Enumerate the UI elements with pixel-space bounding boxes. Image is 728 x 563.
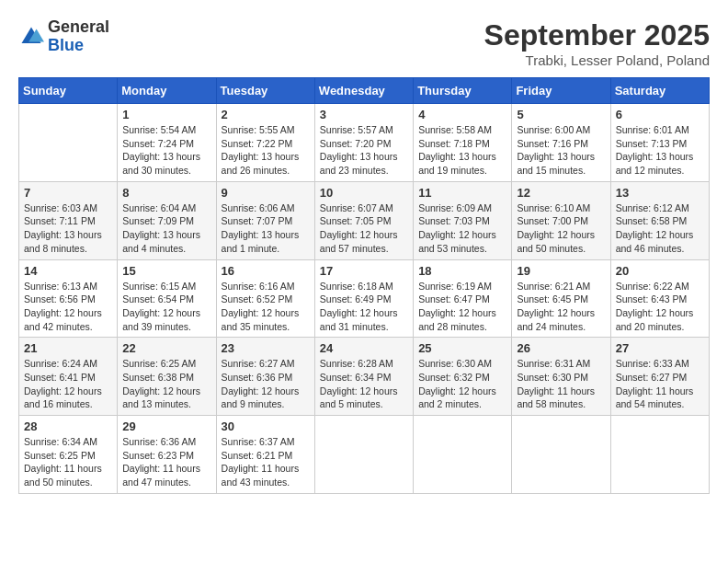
logo-blue: Blue xyxy=(48,37,109,55)
day-number: 11 xyxy=(418,186,506,200)
day-number: 16 xyxy=(222,264,310,278)
day-number: 9 xyxy=(222,186,310,200)
calendar-cell: 16Sunrise: 6:16 AM Sunset: 6:52 PM Dayli… xyxy=(216,259,314,338)
calendar-cell: 21Sunrise: 6:24 AM Sunset: 6:41 PM Dayli… xyxy=(19,338,118,416)
calendar-week-4: 21Sunrise: 6:24 AM Sunset: 6:41 PM Dayli… xyxy=(19,338,710,416)
day-info: Sunrise: 6:16 AM Sunset: 6:52 PM Dayligh… xyxy=(222,280,310,334)
calendar-cell: 19Sunrise: 6:21 AM Sunset: 6:45 PM Dayli… xyxy=(512,259,610,338)
calendar-cell: 24Sunrise: 6:28 AM Sunset: 6:34 PM Dayli… xyxy=(314,338,413,416)
calendar-cell: 10Sunrise: 6:07 AM Sunset: 7:05 PM Dayli… xyxy=(314,181,413,259)
header-day-sunday: Sunday xyxy=(19,78,118,104)
logo: General Blue xyxy=(18,18,109,55)
calendar-cell: 3Sunrise: 5:57 AM Sunset: 7:20 PM Daylig… xyxy=(314,104,413,182)
calendar-cell: 8Sunrise: 6:04 AM Sunset: 7:09 PM Daylig… xyxy=(118,181,216,259)
calendar-table: SundayMondayTuesdayWednesdayThursdayFrid… xyxy=(18,77,710,494)
day-info: Sunrise: 6:24 AM Sunset: 6:41 PM Dayligh… xyxy=(24,357,112,411)
calendar-cell: 14Sunrise: 6:13 AM Sunset: 6:56 PM Dayli… xyxy=(19,259,118,338)
calendar-cell xyxy=(314,416,413,494)
day-info: Sunrise: 6:36 AM Sunset: 6:23 PM Dayligh… xyxy=(122,435,210,489)
calendar-week-1: 1Sunrise: 5:54 AM Sunset: 7:24 PM Daylig… xyxy=(19,104,710,182)
calendar-cell: 25Sunrise: 6:30 AM Sunset: 6:32 PM Dayli… xyxy=(414,338,512,416)
day-number: 23 xyxy=(222,341,310,355)
day-number: 14 xyxy=(24,264,112,278)
title-block: September 2025 Trabki, Lesser Poland, Po… xyxy=(484,18,710,68)
calendar-week-5: 28Sunrise: 6:34 AM Sunset: 6:25 PM Dayli… xyxy=(19,416,710,494)
day-number: 19 xyxy=(517,264,605,278)
day-number: 6 xyxy=(616,108,704,121)
calendar-cell: 29Sunrise: 6:36 AM Sunset: 6:23 PM Dayli… xyxy=(118,416,216,494)
day-info: Sunrise: 5:58 AM Sunset: 7:18 PM Dayligh… xyxy=(418,123,506,178)
day-info: Sunrise: 6:04 AM Sunset: 7:09 PM Dayligh… xyxy=(122,201,210,256)
day-info: Sunrise: 6:09 AM Sunset: 7:03 PM Dayligh… xyxy=(418,201,506,256)
calendar-week-3: 14Sunrise: 6:13 AM Sunset: 6:56 PM Dayli… xyxy=(19,259,710,338)
day-number: 22 xyxy=(122,341,210,355)
day-info: Sunrise: 6:21 AM Sunset: 6:45 PM Dayligh… xyxy=(517,280,605,334)
day-info: Sunrise: 6:18 AM Sunset: 6:49 PM Dayligh… xyxy=(320,280,408,334)
day-info: Sunrise: 6:13 AM Sunset: 6:56 PM Dayligh… xyxy=(24,280,112,334)
day-number: 29 xyxy=(122,419,210,433)
day-info: Sunrise: 5:55 AM Sunset: 7:22 PM Dayligh… xyxy=(222,123,310,178)
day-number: 30 xyxy=(222,419,310,433)
calendar-cell: 15Sunrise: 6:15 AM Sunset: 6:54 PM Dayli… xyxy=(118,259,216,338)
location: Trabki, Lesser Poland, Poland xyxy=(484,52,710,68)
calendar-cell: 4Sunrise: 5:58 AM Sunset: 7:18 PM Daylig… xyxy=(414,104,512,182)
day-number: 4 xyxy=(418,108,506,121)
calendar-cell: 28Sunrise: 6:34 AM Sunset: 6:25 PM Dayli… xyxy=(19,416,118,494)
calendar-cell: 7Sunrise: 6:03 AM Sunset: 7:11 PM Daylig… xyxy=(19,181,118,259)
calendar-cell: 1Sunrise: 5:54 AM Sunset: 7:24 PM Daylig… xyxy=(118,104,216,182)
day-number: 7 xyxy=(24,186,112,200)
header-day-thursday: Thursday xyxy=(414,78,512,104)
calendar-cell: 18Sunrise: 6:19 AM Sunset: 6:47 PM Dayli… xyxy=(414,259,512,338)
logo-text: General Blue xyxy=(48,18,109,55)
day-info: Sunrise: 6:03 AM Sunset: 7:11 PM Dayligh… xyxy=(24,201,112,256)
calendar-cell: 12Sunrise: 6:10 AM Sunset: 7:00 PM Dayli… xyxy=(512,181,610,259)
day-info: Sunrise: 6:22 AM Sunset: 6:43 PM Dayligh… xyxy=(616,280,704,334)
calendar-cell: 9Sunrise: 6:06 AM Sunset: 7:07 PM Daylig… xyxy=(216,181,314,259)
calendar-cell xyxy=(414,416,512,494)
calendar-cell: 22Sunrise: 6:25 AM Sunset: 6:38 PM Dayli… xyxy=(118,338,216,416)
day-number: 3 xyxy=(320,108,408,121)
day-info: Sunrise: 6:37 AM Sunset: 6:21 PM Dayligh… xyxy=(222,435,310,489)
calendar-cell: 23Sunrise: 6:27 AM Sunset: 6:36 PM Dayli… xyxy=(216,338,314,416)
header-day-wednesday: Wednesday xyxy=(314,78,413,104)
day-number: 21 xyxy=(24,341,112,355)
page-header: General Blue September 2025 Trabki, Less… xyxy=(18,18,710,68)
day-info: Sunrise: 6:06 AM Sunset: 7:07 PM Dayligh… xyxy=(222,201,310,256)
day-number: 17 xyxy=(320,264,408,278)
day-number: 18 xyxy=(418,264,506,278)
day-number: 28 xyxy=(24,419,112,433)
day-number: 25 xyxy=(418,341,506,355)
calendar-week-2: 7Sunrise: 6:03 AM Sunset: 7:11 PM Daylig… xyxy=(19,181,710,259)
day-info: Sunrise: 6:07 AM Sunset: 7:05 PM Dayligh… xyxy=(320,201,408,256)
calendar-cell: 30Sunrise: 6:37 AM Sunset: 6:21 PM Dayli… xyxy=(216,416,314,494)
logo-icon xyxy=(18,24,44,50)
calendar-cell: 2Sunrise: 5:55 AM Sunset: 7:22 PM Daylig… xyxy=(216,104,314,182)
day-number: 2 xyxy=(222,108,310,121)
day-info: Sunrise: 6:34 AM Sunset: 6:25 PM Dayligh… xyxy=(24,435,112,489)
day-number: 1 xyxy=(122,108,210,121)
day-info: Sunrise: 6:19 AM Sunset: 6:47 PM Dayligh… xyxy=(418,280,506,334)
day-info: Sunrise: 6:12 AM Sunset: 6:58 PM Dayligh… xyxy=(616,201,704,256)
day-info: Sunrise: 6:27 AM Sunset: 6:36 PM Dayligh… xyxy=(222,357,310,411)
day-info: Sunrise: 6:31 AM Sunset: 6:30 PM Dayligh… xyxy=(517,357,605,411)
day-number: 24 xyxy=(320,341,408,355)
calendar-cell: 26Sunrise: 6:31 AM Sunset: 6:30 PM Dayli… xyxy=(512,338,610,416)
day-info: Sunrise: 6:15 AM Sunset: 6:54 PM Dayligh… xyxy=(122,280,210,334)
day-number: 13 xyxy=(616,186,704,200)
day-number: 26 xyxy=(517,341,605,355)
day-info: Sunrise: 6:01 AM Sunset: 7:13 PM Dayligh… xyxy=(616,123,704,178)
day-number: 5 xyxy=(517,108,605,121)
day-info: Sunrise: 6:28 AM Sunset: 6:34 PM Dayligh… xyxy=(320,357,408,411)
calendar-header-row: SundayMondayTuesdayWednesdayThursdayFrid… xyxy=(19,78,710,104)
calendar-cell xyxy=(19,104,118,182)
calendar-cell: 6Sunrise: 6:01 AM Sunset: 7:13 PM Daylig… xyxy=(610,104,709,182)
day-number: 27 xyxy=(616,341,704,355)
calendar-cell: 5Sunrise: 6:00 AM Sunset: 7:16 PM Daylig… xyxy=(512,104,610,182)
day-info: Sunrise: 6:33 AM Sunset: 6:27 PM Dayligh… xyxy=(616,357,704,411)
day-number: 15 xyxy=(122,264,210,278)
calendar-cell xyxy=(512,416,610,494)
header-day-tuesday: Tuesday xyxy=(216,78,314,104)
calendar-cell: 11Sunrise: 6:09 AM Sunset: 7:03 PM Dayli… xyxy=(414,181,512,259)
day-number: 8 xyxy=(122,186,210,200)
day-info: Sunrise: 5:54 AM Sunset: 7:24 PM Dayligh… xyxy=(122,123,210,178)
